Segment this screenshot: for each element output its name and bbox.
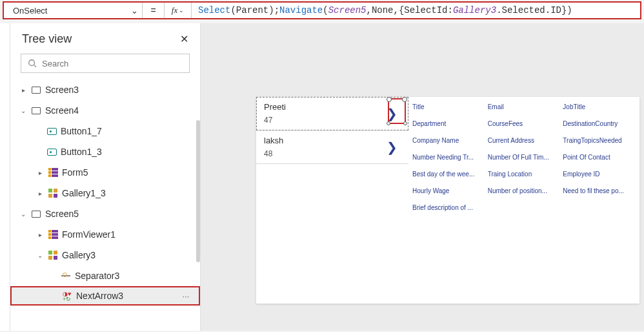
tree-node-button1-7[interactable]: Button1_7 <box>10 121 200 141</box>
nextarrow-icon: ◑♥+↻ <box>62 291 72 301</box>
screen-icon <box>31 209 41 219</box>
gallery-item[interactable]: Preeti ❯ 47 <box>256 97 408 130</box>
chevron-right-icon[interactable]: ❯ <box>381 106 402 121</box>
field-label: Hourly Wage <box>412 187 485 203</box>
fx-icon: fx <box>172 5 177 16</box>
chevron-right-icon[interactable]: ▸ <box>36 231 44 238</box>
field-label: Employee ID <box>563 171 636 186</box>
scrollbar-thumb[interactable] <box>196 120 200 262</box>
tree-node-button1-3[interactable]: Button1_3 <box>10 141 200 162</box>
tree-nodes: ▸ Screen3 ⌄ Screen4 Button1_7 Button1_3 … <box>10 79 200 331</box>
field-label: Number of position... <box>488 187 561 203</box>
gallery3-preview: Preeti ❯ 47 laksh ❯ 48 <box>256 97 408 304</box>
tree-view-title: Tree view <box>22 32 72 46</box>
svg-line-1 <box>34 65 37 68</box>
formula-input[interactable]: Select (Parent); Navigate ( Screen5 ,Non… <box>192 3 640 18</box>
field-label: Number Needing Tr... <box>412 154 485 169</box>
chevron-right-icon[interactable]: ❯ <box>381 140 402 155</box>
gallery-icon <box>48 250 58 260</box>
chevron-down-icon[interactable]: ⌄ <box>36 252 44 259</box>
field-label: Point Of Contact <box>563 154 636 169</box>
gallery-item-title: Preeti <box>264 102 381 112</box>
chevron-down-icon: ⌄ <box>179 7 184 14</box>
chevron-down-icon[interactable]: ⌄ <box>19 211 27 218</box>
field-label: Email <box>488 103 561 119</box>
fx-button[interactable]: fx ⌄ <box>165 3 192 18</box>
left-rail <box>0 23 10 331</box>
tree-node-screen4[interactable]: ⌄ Screen4 <box>10 100 200 121</box>
canvas-surface[interactable]: ↖ Preeti ❯ 47 laksh ❯ 48 Title Email Jo <box>201 23 644 331</box>
formula-bar: OnSelect ⌄ = fx ⌄ Select (Parent); Navig… <box>3 1 641 19</box>
field-label: Department <box>412 120 485 136</box>
form-fields: Title Email JobTitle Department CourseFe… <box>408 97 639 304</box>
field-label: Company Name <box>412 137 485 152</box>
property-selector[interactable]: OnSelect ⌄ <box>4 3 143 18</box>
chevron-down-icon[interactable]: ⌄ <box>19 107 27 114</box>
close-icon[interactable]: ✕ <box>180 33 188 45</box>
tree-view-panel: Tree view ✕ ▸ Screen3 ⌄ Screen4 Button1 <box>10 23 201 331</box>
field-label: Current Address <box>488 137 561 152</box>
svg-point-0 <box>29 60 35 66</box>
field-label: Traing Location <box>488 171 561 186</box>
more-menu-icon[interactable]: ··· <box>178 291 194 301</box>
chevron-down-icon: ⌄ <box>131 6 138 16</box>
chevron-right-icon[interactable]: ▸ <box>36 169 44 176</box>
tree-node-separator3[interactable]: Separator3 <box>10 265 200 286</box>
field-label: Number Of Full Tim... <box>488 154 561 169</box>
screen-icon <box>31 85 41 95</box>
equals-cell: = <box>143 3 165 18</box>
tree-search[interactable] <box>21 54 190 73</box>
field-label <box>563 204 636 220</box>
gallery-item-subtitle: 48 <box>264 149 381 158</box>
gallery-icon <box>48 188 58 198</box>
field-label: Title <box>412 103 485 119</box>
button-icon <box>46 126 57 136</box>
gallery-item[interactable]: laksh ❯ 48 <box>256 130 408 164</box>
chevron-right-icon[interactable]: ▸ <box>19 87 27 94</box>
form-icon <box>48 229 58 240</box>
tree-node-formviewer1[interactable]: ▸ FormViewer1 <box>10 224 200 245</box>
search-input[interactable] <box>42 59 183 68</box>
app-preview: Preeti ❯ 47 laksh ❯ 48 Title Email JobTi… <box>256 97 639 304</box>
tree-node-gallery1-3[interactable]: ▸ Gallery1_3 <box>10 183 200 203</box>
tree-node-form5[interactable]: ▸ Form5 <box>10 162 200 183</box>
chevron-right-icon[interactable]: ▸ <box>36 190 44 197</box>
tree-node-gallery3[interactable]: ⌄ Gallery3 <box>10 245 200 265</box>
field-label: Best day of the wee... <box>412 171 485 186</box>
button-icon <box>46 147 57 157</box>
field-label: Brief description of ... <box>412 204 485 220</box>
property-selector-value: OnSelect <box>13 6 47 16</box>
form-icon <box>48 167 58 178</box>
separator-icon <box>61 271 71 281</box>
field-label: Need to fil these po... <box>563 187 636 203</box>
tree-node-screen3[interactable]: ▸ Screen3 <box>10 79 200 100</box>
field-label: JobTitle <box>563 103 636 119</box>
field-label: DestinationCountry <box>563 120 636 136</box>
field-label: CourseFees <box>488 120 561 136</box>
field-label: TraingTopicsNeeded <box>563 137 636 152</box>
tree-node-screen5[interactable]: ⌄ Screen5 <box>10 203 200 224</box>
gallery-item-subtitle: 47 <box>264 116 381 125</box>
screen-icon <box>31 105 41 116</box>
search-icon <box>28 59 37 68</box>
tree-node-nextarrow3[interactable]: ◑♥+↻ NextArrow3 ··· <box>10 286 200 306</box>
gallery-item-title: laksh <box>264 136 381 145</box>
main-area: Tree view ✕ ▸ Screen3 ⌄ Screen4 Button1 <box>0 23 644 331</box>
field-label <box>488 204 561 220</box>
